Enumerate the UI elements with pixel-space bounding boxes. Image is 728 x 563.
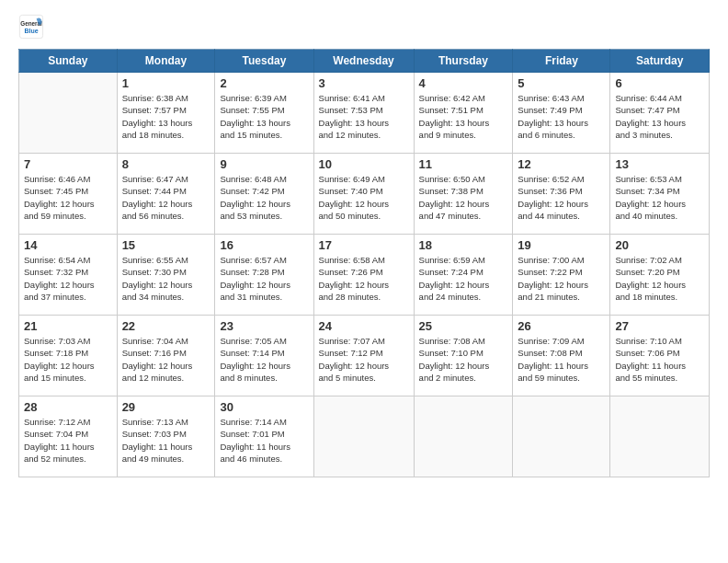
day-info: Sunrise: 6:59 AM Sunset: 7:24 PM Dayligh…	[419, 254, 508, 303]
calendar-cell: 21Sunrise: 7:03 AM Sunset: 7:18 PM Dayli…	[19, 316, 118, 396]
day-number: 16	[220, 238, 308, 252]
day-number: 14	[24, 238, 112, 252]
day-number: 9	[220, 157, 308, 171]
day-info: Sunrise: 7:05 AM Sunset: 7:14 PM Dayligh…	[220, 335, 308, 384]
calendar-cell: 20Sunrise: 7:02 AM Sunset: 7:20 PM Dayli…	[610, 235, 710, 316]
weekday-header-saturday: Saturday	[610, 50, 710, 73]
day-number: 17	[319, 238, 409, 252]
calendar-cell: 24Sunrise: 7:07 AM Sunset: 7:12 PM Dayli…	[313, 316, 414, 396]
weekday-header-wednesday: Wednesday	[313, 50, 414, 73]
calendar-cell: 7Sunrise: 6:46 AM Sunset: 7:45 PM Daylig…	[19, 154, 118, 235]
day-info: Sunrise: 6:39 AM Sunset: 7:55 PM Dayligh…	[220, 92, 308, 141]
day-info: Sunrise: 6:38 AM Sunset: 7:57 PM Dayligh…	[122, 92, 210, 141]
calendar-week-row: 1Sunrise: 6:38 AM Sunset: 7:57 PM Daylig…	[19, 73, 710, 154]
day-number: 3	[319, 76, 409, 90]
day-number: 23	[220, 319, 308, 333]
weekday-header-tuesday: Tuesday	[215, 50, 313, 73]
day-number: 15	[122, 238, 210, 252]
calendar-cell: 5Sunrise: 6:43 AM Sunset: 7:49 PM Daylig…	[513, 73, 610, 154]
day-number: 13	[615, 157, 704, 171]
day-info: Sunrise: 6:41 AM Sunset: 7:53 PM Dayligh…	[319, 92, 409, 141]
calendar-cell	[313, 396, 414, 477]
day-info: Sunrise: 6:44 AM Sunset: 7:47 PM Dayligh…	[615, 92, 704, 141]
day-info: Sunrise: 7:07 AM Sunset: 7:12 PM Dayligh…	[319, 335, 409, 384]
calendar-cell: 30Sunrise: 7:14 AM Sunset: 7:01 PM Dayli…	[215, 396, 313, 477]
logo-icon: General Blue	[18, 14, 44, 40]
day-number: 10	[319, 157, 409, 171]
day-info: Sunrise: 7:03 AM Sunset: 7:18 PM Dayligh…	[24, 335, 112, 384]
svg-text:Blue: Blue	[24, 28, 38, 34]
calendar-week-row: 21Sunrise: 7:03 AM Sunset: 7:18 PM Dayli…	[19, 316, 710, 396]
day-number: 22	[122, 319, 210, 333]
day-number: 6	[615, 76, 704, 90]
calendar-header-row: SundayMondayTuesdayWednesdayThursdayFrid…	[19, 50, 710, 73]
day-info: Sunrise: 6:50 AM Sunset: 7:38 PM Dayligh…	[419, 173, 508, 222]
day-number: 7	[24, 157, 112, 171]
calendar-cell: 29Sunrise: 7:13 AM Sunset: 7:03 PM Dayli…	[117, 396, 215, 477]
day-info: Sunrise: 6:52 AM Sunset: 7:36 PM Dayligh…	[518, 173, 605, 222]
day-number: 1	[122, 76, 210, 90]
calendar-cell: 15Sunrise: 6:55 AM Sunset: 7:30 PM Dayli…	[117, 235, 215, 316]
calendar-cell: 9Sunrise: 6:48 AM Sunset: 7:42 PM Daylig…	[215, 154, 313, 235]
calendar-cell: 4Sunrise: 6:42 AM Sunset: 7:51 PM Daylig…	[414, 73, 513, 154]
calendar-cell: 3Sunrise: 6:41 AM Sunset: 7:53 PM Daylig…	[313, 73, 414, 154]
day-number: 26	[518, 319, 605, 333]
day-number: 20	[615, 238, 704, 252]
calendar-week-row: 28Sunrise: 7:12 AM Sunset: 7:04 PM Dayli…	[19, 396, 710, 477]
calendar-cell	[610, 396, 710, 477]
day-info: Sunrise: 7:08 AM Sunset: 7:10 PM Dayligh…	[419, 335, 508, 384]
calendar-cell: 18Sunrise: 6:59 AM Sunset: 7:24 PM Dayli…	[414, 235, 513, 316]
calendar-cell: 16Sunrise: 6:57 AM Sunset: 7:28 PM Dayli…	[215, 235, 313, 316]
day-info: Sunrise: 6:55 AM Sunset: 7:30 PM Dayligh…	[122, 254, 210, 303]
day-info: Sunrise: 6:58 AM Sunset: 7:26 PM Dayligh…	[319, 254, 409, 303]
day-info: Sunrise: 7:10 AM Sunset: 7:06 PM Dayligh…	[615, 335, 704, 384]
day-info: Sunrise: 6:49 AM Sunset: 7:40 PM Dayligh…	[319, 173, 409, 222]
calendar-cell: 10Sunrise: 6:49 AM Sunset: 7:40 PM Dayli…	[313, 154, 414, 235]
day-info: Sunrise: 6:53 AM Sunset: 7:34 PM Dayligh…	[615, 173, 704, 222]
calendar-cell: 17Sunrise: 6:58 AM Sunset: 7:26 PM Dayli…	[313, 235, 414, 316]
calendar-cell: 26Sunrise: 7:09 AM Sunset: 7:08 PM Dayli…	[513, 316, 610, 396]
day-info: Sunrise: 6:57 AM Sunset: 7:28 PM Dayligh…	[220, 254, 308, 303]
calendar-cell: 8Sunrise: 6:47 AM Sunset: 7:44 PM Daylig…	[117, 154, 215, 235]
calendar-cell	[513, 396, 610, 477]
day-info: Sunrise: 6:47 AM Sunset: 7:44 PM Dayligh…	[122, 173, 210, 222]
calendar-cell	[414, 396, 513, 477]
calendar-cell: 28Sunrise: 7:12 AM Sunset: 7:04 PM Dayli…	[19, 396, 118, 477]
weekday-header-friday: Friday	[513, 50, 610, 73]
weekday-header-monday: Monday	[117, 50, 215, 73]
logo: General Blue	[18, 14, 48, 40]
day-info: Sunrise: 6:42 AM Sunset: 7:51 PM Dayligh…	[419, 92, 508, 141]
day-number: 25	[419, 319, 508, 333]
day-info: Sunrise: 6:43 AM Sunset: 7:49 PM Dayligh…	[518, 92, 605, 141]
day-info: Sunrise: 6:54 AM Sunset: 7:32 PM Dayligh…	[24, 254, 112, 303]
day-number: 30	[220, 400, 308, 414]
day-number: 12	[518, 157, 605, 171]
day-number: 28	[24, 400, 112, 414]
day-number: 2	[220, 76, 308, 90]
day-info: Sunrise: 7:13 AM Sunset: 7:03 PM Dayligh…	[122, 416, 210, 465]
day-number: 19	[518, 238, 605, 252]
weekday-header-sunday: Sunday	[19, 50, 118, 73]
calendar-cell: 14Sunrise: 6:54 AM Sunset: 7:32 PM Dayli…	[19, 235, 118, 316]
calendar-table: SundayMondayTuesdayWednesdayThursdayFrid…	[18, 49, 710, 477]
day-info: Sunrise: 7:02 AM Sunset: 7:20 PM Dayligh…	[615, 254, 704, 303]
calendar-cell: 23Sunrise: 7:05 AM Sunset: 7:14 PM Dayli…	[215, 316, 313, 396]
day-number: 24	[319, 319, 409, 333]
calendar-cell: 19Sunrise: 7:00 AM Sunset: 7:22 PM Dayli…	[513, 235, 610, 316]
calendar-cell: 25Sunrise: 7:08 AM Sunset: 7:10 PM Dayli…	[414, 316, 513, 396]
calendar-page: General Blue SundayMondayTuesdayWednesda…	[0, 0, 728, 563]
day-number: 8	[122, 157, 210, 171]
day-info: Sunrise: 7:04 AM Sunset: 7:16 PM Dayligh…	[122, 335, 210, 384]
calendar-cell: 27Sunrise: 7:10 AM Sunset: 7:06 PM Dayli…	[610, 316, 710, 396]
calendar-cell: 2Sunrise: 6:39 AM Sunset: 7:55 PM Daylig…	[215, 73, 313, 154]
calendar-week-row: 14Sunrise: 6:54 AM Sunset: 7:32 PM Dayli…	[19, 235, 710, 316]
calendar-cell: 12Sunrise: 6:52 AM Sunset: 7:36 PM Dayli…	[513, 154, 610, 235]
day-info: Sunrise: 7:00 AM Sunset: 7:22 PM Dayligh…	[518, 254, 605, 303]
weekday-header-thursday: Thursday	[414, 50, 513, 73]
day-number: 5	[518, 76, 605, 90]
page-header: General Blue	[18, 14, 710, 40]
day-info: Sunrise: 7:09 AM Sunset: 7:08 PM Dayligh…	[518, 335, 605, 384]
calendar-cell: 13Sunrise: 6:53 AM Sunset: 7:34 PM Dayli…	[610, 154, 710, 235]
calendar-week-row: 7Sunrise: 6:46 AM Sunset: 7:45 PM Daylig…	[19, 154, 710, 235]
calendar-cell: 11Sunrise: 6:50 AM Sunset: 7:38 PM Dayli…	[414, 154, 513, 235]
